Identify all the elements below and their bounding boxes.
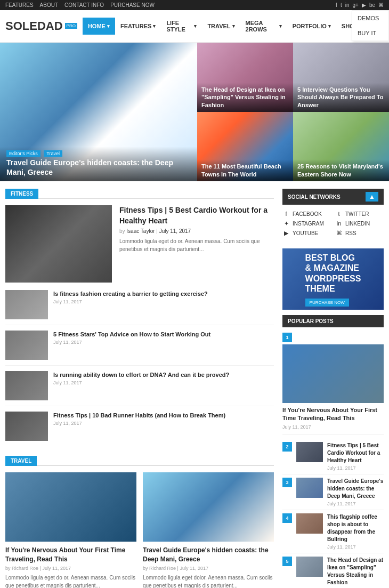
demos-link[interactable]: DEMOS [352, 11, 388, 26]
youtube-social[interactable]: ▶ YOUTUBE [282, 229, 331, 237]
hero-card-1[interactable]: The Head of Design at Ikea on "Sampling"… [197, 43, 293, 112]
fitness-section-header: FITNESS [5, 189, 274, 199]
fitness-excerpt: Lommodo ligula eget do or. Aenean massa.… [119, 237, 274, 253]
sidebar-ad[interactable]: BEST BLOG & MAGAZINE WORDPRESS THEME PUR… [282, 248, 384, 310]
travel-card-2: Travel Guide Europe's hidden coasts: the… [143, 472, 274, 588]
popular-title-5[interactable]: The Head of Design at Ikea on "Sampling"… [327, 557, 384, 586]
google-icon-top[interactable]: g+ [352, 2, 358, 8]
purchase-link[interactable]: PURCHASE NOW [110, 2, 155, 8]
popular-title-2[interactable]: Fitness Tips | 5 Best Cardio Workout for… [327, 442, 384, 464]
instagram-icon: ✦ [282, 220, 290, 227]
popular-featured-img[interactable] [282, 344, 384, 403]
popular-num-1: 1 [282, 333, 292, 342]
hero-card-3[interactable]: The 11 Most Beautiful Beach Towns In The… [197, 112, 293, 181]
popular-num-4: 4 [282, 513, 292, 523]
fitness-list-date-1: July 11, 2017 [53, 299, 274, 304]
fitness-featured-content: Fitness Tips | 5 Best Cardio Workout for… [119, 205, 274, 283]
travel-card-title-2[interactable]: Travel Guide Europe's hidden coasts: the… [143, 546, 274, 564]
sidebar-ad-button[interactable]: PURCHASE NOW [305, 298, 361, 305]
hero-right-bottom: The 11 Most Beautiful Beach Towns In The… [197, 112, 389, 181]
popular-thumb-3[interactable] [296, 478, 323, 498]
fitness-list-title-3[interactable]: Is running ability down to effort or DNA… [53, 371, 274, 379]
top-bar-links: FEATURES ABOUT CONTACT INFO PURCHASE NOW [5, 2, 155, 8]
hero-main-title: Travel Guide Europe's hidden coasts: the… [6, 158, 191, 177]
facebook-icon-top[interactable]: f [336, 2, 337, 8]
fitness-list-item-2: 5 Fitness Stars' Top Advice on How to St… [5, 331, 274, 366]
instagram-social[interactable]: ✦ INSTAGRAM [282, 220, 331, 227]
nav-travel[interactable]: TRAVEL ▾ [202, 18, 240, 35]
fitness-list-item-1: Is fitness fashion creating a barrier to… [5, 290, 274, 325]
fitness-author: Isaac Taylor [126, 228, 155, 234]
logo: SOLEDADPRO [5, 19, 77, 33]
rss-social[interactable]: ⌘ RSS [335, 229, 384, 237]
popular-title-3[interactable]: Travel Guide Europe's hidden coasts: the… [327, 478, 384, 500]
popular-item-4: 4 This flagship coffee shop is about to … [282, 510, 384, 553]
hero-right: The Head of Design at Ikea on "Sampling"… [197, 43, 389, 181]
about-link[interactable]: ABOUT [40, 2, 58, 8]
twitter-icon-top[interactable]: t [341, 2, 342, 8]
hero-section: Editor's Picks Travel Travel Guide Europ… [0, 43, 389, 181]
fitness-section: FITNESS Fitness Tips | 5 Best Cardio Wor… [5, 189, 274, 446]
facebook-social[interactable]: f FACEBOOK [282, 210, 331, 218]
popular-date-2: July 11, 2017 [327, 465, 384, 471]
hero-card-2[interactable]: 5 Interview Questions You Should Always … [293, 43, 389, 112]
hero-card-2-title: 5 Interview Questions You Should Always … [297, 86, 385, 109]
hero-main-overlay: Editor's Picks Travel Travel Guide Europ… [0, 147, 197, 181]
hero-card-3-title: The 11 Most Beautiful Beach Towns In The… [201, 163, 289, 178]
top-bar: FEATURES ABOUT CONTACT INFO PURCHASE NOW… [0, 0, 389, 10]
fitness-list-img-4[interactable] [5, 412, 48, 441]
fitness-list-title-1[interactable]: Is fitness fashion creating a barrier to… [53, 290, 274, 298]
travel-card-img-2[interactable] [143, 472, 274, 542]
fitness-list-date-2: July 11, 2017 [53, 340, 274, 345]
buyit-link[interactable]: BUY IT [352, 26, 388, 41]
travel-card-excerpt-2: Lommodo ligula eget dolor. Aenean massa.… [143, 574, 274, 588]
behance-icon-top[interactable]: be [369, 2, 375, 8]
fitness-featured-title[interactable]: Fitness Tips | 5 Best Cardio Workout for… [119, 205, 274, 226]
fitness-featured-image[interactable] [5, 205, 112, 283]
fitness-label: FITNESS [5, 189, 38, 199]
travel-section: TRAVEL If You're Nervous About Your Firs… [5, 456, 274, 588]
nav-mega[interactable]: MEGA 2ROWS ▾ [240, 14, 287, 38]
popular-featured-title[interactable]: If You're Nervous About Your First Time … [282, 406, 384, 423]
travel-card-img-1[interactable] [5, 472, 136, 542]
popular-num-5: 5 [282, 557, 292, 566]
popular-thumb-5[interactable] [296, 557, 323, 577]
twitter-social[interactable]: t TWITTER [335, 210, 384, 218]
hero-main[interactable]: Editor's Picks Travel Travel Guide Europ… [0, 43, 197, 181]
main-container: FITNESS Fitness Tips | 5 Best Cardio Wor… [0, 181, 389, 588]
contact-link[interactable]: CONTACT INFO [64, 2, 104, 8]
nav-features[interactable]: FEATURES ▾ [115, 18, 161, 35]
sidebar: SOCIAL NETWORKS ▲ f FACEBOOK t TWITTER ✦… [282, 189, 384, 588]
rss-icon-top[interactable]: ⌘ [378, 2, 384, 8]
nav-portfolio[interactable]: PORTFOLIO ▾ [287, 18, 336, 35]
fitness-list-title-2[interactable]: 5 Fitness Stars' Top Advice on How to St… [53, 331, 274, 339]
social-networks-section: SOCIAL NETWORKS ▲ f FACEBOOK t TWITTER ✦… [282, 189, 384, 241]
linkedin-social[interactable]: in LINKEDIN [335, 220, 384, 227]
travel-card-meta-2: by Richard Roe | July 11, 2017 [143, 566, 274, 571]
travel-label: TRAVEL [5, 456, 37, 466]
scroll-up-button[interactable]: ▲ [366, 192, 378, 202]
header: SOLEDADPRO HOME ▾ FEATURES ▾ LIFE STYLE … [0, 10, 389, 43]
features-link[interactable]: FEATURES [5, 2, 34, 8]
nav-lifestyle[interactable]: LIFE STYLE ▾ [161, 14, 202, 38]
dropdown-panel: DEMOS BUY IT [352, 10, 389, 41]
travel-featured: If You're Nervous About Your First Time … [5, 472, 274, 588]
popular-posts-section: POPULAR POSTS 1 If You're Nervous About … [282, 315, 384, 588]
travel-card-title-1[interactable]: If You're Nervous About Your First Time … [5, 546, 136, 564]
nav-home[interactable]: HOME ▾ [83, 18, 115, 35]
linkedin-icon: in [335, 220, 343, 227]
fitness-list-img-1[interactable] [5, 290, 48, 319]
instagram-icon-top[interactable]: in [345, 2, 350, 8]
youtube-icon-top[interactable]: ▶ [362, 2, 366, 8]
hero-card-4[interactable]: 25 Reasons to Visit Maryland's Eastern S… [293, 112, 389, 181]
fitness-list-item-3: Is running ability down to effort or DNA… [5, 371, 274, 406]
popular-thumb-2[interactable] [296, 442, 323, 462]
fitness-list-img-2[interactable] [5, 331, 48, 360]
popular-title-4[interactable]: This flagship coffee shop is about to di… [327, 513, 384, 543]
fitness-list-date-3: July 11, 2017 [53, 380, 274, 385]
popular-thumb-4[interactable] [296, 513, 323, 534]
fitness-list-img-3[interactable] [5, 371, 48, 400]
youtube-icon: ▶ [282, 229, 290, 237]
popular-item-3: 3 Travel Guide Europe's hidden coasts: t… [282, 474, 384, 510]
fitness-list-title-4[interactable]: Fitness Tips | 10 Bad Runner Habits (and… [53, 412, 274, 420]
